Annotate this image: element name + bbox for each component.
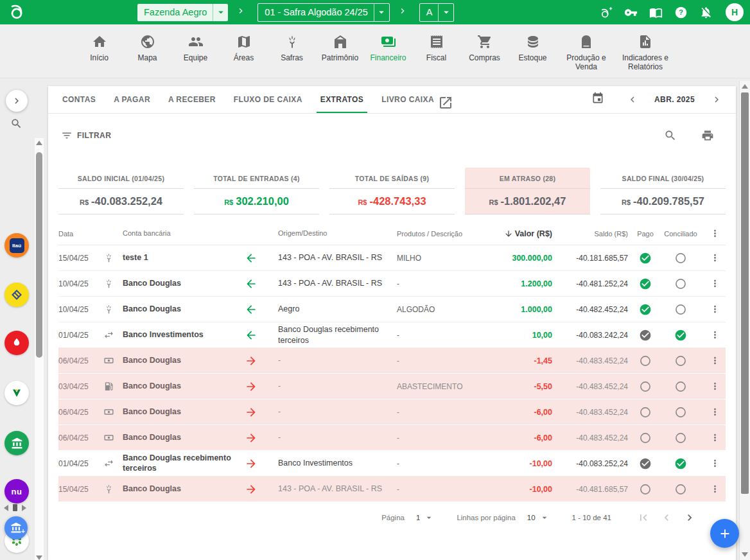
- reconciled-unchecked-icon[interactable]: [674, 252, 687, 265]
- rows-per-page-selector[interactable]: 10: [527, 512, 548, 523]
- col-valor[interactable]: Valor (R$): [493, 229, 557, 238]
- col-conciliado[interactable]: Conciliado: [663, 230, 704, 238]
- table-row[interactable]: 15/04/25Banco Douglas143 - POA - AV. BRA…: [58, 477, 726, 502]
- col-conta-bancaria[interactable]: Conta bancária: [123, 229, 245, 238]
- sidebar-search-icon[interactable]: [10, 118, 23, 130]
- col-pago[interactable]: Pago: [633, 230, 663, 238]
- row-menu-button[interactable]: [710, 484, 720, 494]
- bank-account-viacredi[interactable]: [4, 381, 29, 405]
- paid-checked-gray-icon[interactable]: [639, 329, 652, 342]
- calendar-icon[interactable]: [591, 92, 607, 107]
- next-page-button[interactable]: [682, 510, 697, 525]
- tab-contas[interactable]: CONTAS: [53, 86, 105, 113]
- row-menu-button[interactable]: [710, 381, 720, 392]
- avatar[interactable]: H: [726, 3, 744, 21]
- scroll-up-icon[interactable]: [742, 84, 748, 89]
- paid-unchecked-icon[interactable]: [639, 432, 652, 444]
- paid-unchecked-icon[interactable]: [639, 380, 652, 393]
- scroll-up-icon[interactable]: [36, 141, 42, 146]
- nav-item-indicadores-e-relatorios[interactable]: Indicadores e Relatórios: [616, 34, 675, 72]
- bank-account-itau[interactable]: Itaú: [4, 233, 29, 258]
- filter-button[interactable]: FILTRAR: [61, 130, 111, 141]
- row-menu-button[interactable]: [710, 329, 720, 340]
- col-produtos-descricao[interactable]: Produtos / Descrição: [397, 230, 493, 238]
- nav-item-producao-e-venda[interactable]: Produção e Venda: [557, 34, 616, 72]
- reconciled-unchecked-icon[interactable]: [674, 380, 687, 393]
- book-button[interactable]: [648, 4, 663, 20]
- row-menu-button[interactable]: [710, 304, 720, 315]
- paid-checked-icon[interactable]: [639, 277, 652, 290]
- nav-item-compras[interactable]: Compras: [460, 34, 509, 63]
- unit-selector[interactable]: A: [419, 3, 455, 22]
- col-origem-destino[interactable]: Origem/Destino: [278, 229, 397, 238]
- add-entry-fab[interactable]: [710, 519, 739, 548]
- table-row[interactable]: 06/04/25Banco Douglas---1,45-40.483.452,…: [58, 348, 726, 374]
- reconciled-checked-icon[interactable]: [674, 457, 687, 470]
- reconciled-checked-icon[interactable]: [674, 329, 687, 342]
- row-menu-button[interactable]: [710, 432, 720, 443]
- add-bank-account-button[interactable]: +: [4, 516, 28, 539]
- bank-account-santander[interactable]: [4, 331, 29, 355]
- reconciled-unchecked-icon[interactable]: [674, 354, 687, 367]
- scroll-left-icon[interactable]: [4, 505, 8, 511]
- farm-selector[interactable]: Fazenda Aegro: [137, 4, 228, 21]
- table-row[interactable]: 06/04/25Banco Douglas---6,00-40.483.452,…: [58, 399, 726, 425]
- nav-item-financeiro[interactable]: Financeiro: [364, 34, 412, 63]
- next-month-button[interactable]: [709, 92, 724, 107]
- row-menu-button[interactable]: [710, 407, 720, 417]
- notifications-off-button[interactable]: [698, 4, 713, 20]
- table-row[interactable]: 15/04/25teste 1143 - POA - AV. BRASIL - …: [58, 245, 726, 271]
- table-row[interactable]: 10/04/25Banco DouglasAegroALGODÃO1.000,0…: [58, 297, 726, 322]
- row-menu-button[interactable]: [710, 355, 720, 366]
- scroll-down-icon[interactable]: [36, 556, 42, 560]
- row-menu-button[interactable]: [710, 278, 720, 289]
- aegro-add-button[interactable]: [598, 4, 613, 20]
- paid-unchecked-icon[interactable]: [639, 406, 652, 419]
- sidebar-horizontal-scroll[interactable]: [4, 504, 26, 511]
- paid-unchecked-icon[interactable]: [639, 483, 652, 496]
- nav-item-patrimonio[interactable]: Patrimônio: [316, 34, 364, 63]
- table-row[interactable]: 06/04/25Banco Douglas---6,00-40.483.452,…: [58, 425, 726, 451]
- nav-item-inicio[interactable]: Início: [75, 34, 123, 63]
- paid-checked-icon[interactable]: [639, 252, 652, 265]
- table-row[interactable]: 10/04/25Banco Douglas143 - POA - AV. BRA…: [58, 271, 726, 297]
- previous-page-button[interactable]: [659, 510, 674, 525]
- hscroll-thumb[interactable]: [13, 504, 17, 511]
- scroll-down-icon[interactable]: [742, 552, 748, 557]
- sidebar-scrollbar[interactable]: [34, 138, 44, 560]
- tab-extratos[interactable]: EXTRATOS: [311, 86, 372, 113]
- sidebar-scrollbar-thumb[interactable]: [36, 152, 42, 358]
- nav-item-estoque[interactable]: Estoque: [509, 34, 557, 63]
- header-menu-button[interactable]: [704, 228, 726, 239]
- season-selector[interactable]: 01 - Safra Algodão 24/25: [257, 3, 389, 22]
- search-icon[interactable]: [664, 129, 677, 142]
- table-row[interactable]: 01/04/25Banco Douglas recebimento tercei…: [58, 451, 726, 477]
- table-row[interactable]: 01/04/25Banco InvestimentosBanco Douglas…: [58, 322, 726, 348]
- bank-account-nubank[interactable]: nu: [4, 479, 29, 503]
- tab-fluxo-de-caixa[interactable]: FLUXO DE CAIXA: [225, 86, 311, 113]
- page-scrollbar[interactable]: [739, 81, 750, 560]
- nav-item-equipe[interactable]: Equipe: [171, 34, 220, 63]
- bank-account-bank-green[interactable]: [4, 431, 29, 455]
- row-menu-button[interactable]: [710, 252, 720, 263]
- paid-unchecked-icon[interactable]: [639, 354, 652, 367]
- first-page-button[interactable]: [636, 510, 651, 525]
- nav-item-safras[interactable]: Safras: [268, 34, 316, 63]
- page-scrollbar-thumb[interactable]: [741, 92, 749, 494]
- scroll-right-icon[interactable]: [22, 505, 26, 511]
- help-button[interactable]: ?: [673, 4, 688, 20]
- nav-item-mapa[interactable]: Mapa: [123, 34, 171, 63]
- table-row[interactable]: 03/04/25Banco Douglas-ABASTECIMENTO-5,50…: [58, 374, 726, 399]
- reconciled-unchecked-icon[interactable]: [674, 406, 687, 419]
- row-menu-button[interactable]: [710, 458, 720, 469]
- nav-item-areas[interactable]: Áreas: [220, 34, 268, 63]
- reconciled-unchecked-icon[interactable]: [674, 277, 687, 290]
- bank-account-banco-do-brasil[interactable]: [4, 283, 29, 307]
- key-button[interactable]: [623, 4, 638, 20]
- paid-checked-gray-icon[interactable]: [639, 457, 652, 470]
- sidebar-expand-button[interactable]: [6, 90, 28, 112]
- print-icon[interactable]: [701, 129, 714, 142]
- paid-checked-icon[interactable]: [639, 303, 652, 316]
- tab-livro-caixa[interactable]: LIVRO CAIXA: [372, 86, 457, 113]
- col-data[interactable]: Data: [58, 230, 103, 238]
